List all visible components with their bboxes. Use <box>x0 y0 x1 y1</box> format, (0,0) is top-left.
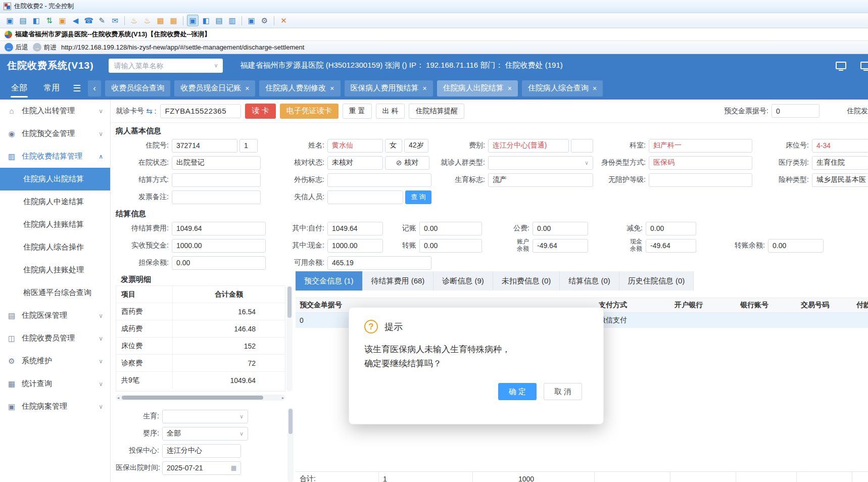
admission-count-input[interactable]: 1 <box>239 139 258 153</box>
form-vertical-scrollbar[interactable] <box>287 408 294 482</box>
sidebar-group-settlement[interactable]: ▥ 住院收费结算管理 ∧ <box>0 145 110 168</box>
received-prepay-input[interactable]: 1000.00 <box>172 239 266 253</box>
settlement-reminder-button[interactable]: 住院结算提醒 <box>409 104 464 119</box>
sidebar-group-prepayment[interactable]: ◉ 住院预交金管理 ∨ <box>0 122 110 145</box>
hamburger-icon[interactable]: ☰ <box>70 83 84 94</box>
sidebar-group-statistics[interactable]: ▦ 统计查询 ∨ <box>0 372 110 395</box>
sidebar-group-admission-transfer[interactable]: ⌂ 住院入出转管理 ∨ <box>0 100 110 122</box>
gender-input[interactable]: 女 <box>385 139 402 153</box>
sidebar-group-cashier[interactable]: ◫ 住院收费员管理 ∨ <box>0 327 110 350</box>
cancel-button[interactable]: 取 消 <box>544 383 582 400</box>
close-icon[interactable]: × <box>423 84 427 92</box>
close-icon[interactable]: × <box>245 84 249 92</box>
account-balance-input[interactable]: -49.64 <box>533 239 588 253</box>
package-icon[interactable]: ▦ <box>155 15 166 26</box>
invoice-vertical-scrollbar[interactable] <box>286 285 293 392</box>
clipped-right-label[interactable]: 住院发 <box>847 107 868 116</box>
bed-no-input[interactable]: 4-34 <box>812 139 868 153</box>
sync-arrows-icon[interactable]: ⇅ <box>43 15 55 26</box>
receipt-no-input[interactable]: 0 <box>771 104 819 118</box>
screen-cast-icon[interactable] <box>836 62 846 69</box>
invoice-row[interactable]: 成药费146.48 <box>116 320 285 338</box>
grid-icon[interactable]: ▥ <box>226 15 238 26</box>
cash-balance-input[interactable]: -49.64 <box>646 239 696 253</box>
panel-icon[interactable]: ▤ <box>213 15 225 26</box>
back-button[interactable]: ← 后退 <box>5 43 28 52</box>
baby-order-select[interactable]: 全部 ∨ <box>162 427 248 441</box>
birth-flag-input[interactable]: 流产 <box>488 173 593 187</box>
medical-type-input[interactable]: 生育住院 <box>812 156 868 170</box>
book-input[interactable]: 0.00 <box>419 222 482 235</box>
id-type-input[interactable]: 医保码 <box>649 156 752 170</box>
sidebar-group-maintenance[interactable]: ⚙ 系统维护 ∨ <box>0 350 110 372</box>
sidebar-item-credit-processing[interactable]: 住院病人挂账处理 <box>0 259 110 281</box>
dishonest-input[interactable] <box>327 190 403 204</box>
pending-fee-input[interactable]: 1049.64 <box>172 222 266 235</box>
phone-icon[interactable]: ☎ <box>83 15 94 26</box>
tab-undeducted-info[interactable]: 未扣费信息 (0) <box>493 271 560 291</box>
tab-discharge-settlement[interactable]: 住院病人出院结算 × <box>437 80 518 97</box>
tab-fee-type-modify[interactable]: 住院病人费别修改 × <box>259 80 340 97</box>
card-no-input[interactable]: FZYBA15522365 <box>160 104 241 118</box>
tab-scroll-left[interactable]: ‹ <box>88 80 101 97</box>
age-input[interactable]: 42岁 <box>404 139 428 153</box>
check-button[interactable]: ⊘ 核对 <box>385 156 429 170</box>
confirm-button[interactable]: 确 定 <box>498 383 537 400</box>
crowd-type-select[interactable]: ∨ <box>488 156 593 170</box>
tab-history-info[interactable]: 历史住院信息 (0) <box>619 271 694 291</box>
status-input[interactable]: 出院登记 <box>172 156 261 170</box>
chevron-down-icon[interactable]: ∨ <box>214 62 218 69</box>
close-icon[interactable]: × <box>330 84 334 92</box>
tab-cashier-comprehensive-query[interactable]: 收费员综合查询 <box>105 80 170 97</box>
reset-button[interactable]: 重 置 <box>343 104 372 119</box>
invoice-horizontal-scrollbar[interactable]: ◂ ▸ <box>116 395 285 401</box>
speaker-icon[interactable]: ◀ <box>70 15 81 26</box>
alert-icon[interactable]: ▣ <box>57 15 68 26</box>
fee-type-input[interactable]: 连江分中心(普通) <box>488 139 569 153</box>
mugs-icon[interactable]: ♨ <box>141 15 153 26</box>
close-icon[interactable]: × <box>508 84 512 92</box>
menu-mode-common[interactable]: 常用 <box>37 77 66 100</box>
menu-search-box[interactable]: ∨ <box>109 59 223 73</box>
discharge-date-input[interactable]: 2025-07-21 ▦ <box>162 461 241 475</box>
sidebar-item-credit-settlement[interactable]: 住院病人挂账结算 <box>0 213 110 236</box>
inpatient-no-input[interactable]: 372714 <box>172 139 237 153</box>
invoice-row[interactable]: 床位费152 <box>116 338 285 355</box>
tools-icon[interactable]: ⚙ <box>259 15 270 26</box>
tab-diagnosis-info[interactable]: 诊断信息 (9) <box>433 271 493 291</box>
self-pay-input[interactable]: 1049.64 <box>327 222 383 235</box>
cash-input[interactable]: 1000.00 <box>327 239 383 253</box>
screen-share-icon[interactable] <box>860 62 868 69</box>
scroll-right-icon[interactable]: ▸ <box>282 396 284 400</box>
menu-search-input[interactable] <box>114 62 211 70</box>
tab-pending-fees[interactable]: 待结算费用 (68) <box>363 271 434 291</box>
name-input[interactable]: 黄水仙 <box>327 139 383 153</box>
mug-icon[interactable]: ♨ <box>128 15 140 26</box>
out-dept-button[interactable]: 出 科 <box>376 104 405 119</box>
scroll-left-icon[interactable]: ◂ <box>117 396 119 400</box>
dept-input[interactable]: 妇产科一 <box>649 139 752 153</box>
fee-type-extra-input[interactable] <box>571 139 593 153</box>
copy-icon[interactable]: ▣ <box>246 15 257 26</box>
check-status-input[interactable]: 未核对 <box>327 156 383 170</box>
transfer-balance-input[interactable]: 0.00 <box>768 239 824 253</box>
scrollbar-thumb[interactable] <box>288 409 293 434</box>
settle-method-input[interactable] <box>172 173 261 187</box>
sidebar-item-rongyitong-query[interactable]: 榕医通平台综合查询 <box>0 281 110 304</box>
invoice-row[interactable]: 西药费16.54 <box>116 303 285 320</box>
invoice-row[interactable]: 诊察费72 <box>116 355 285 372</box>
pen-icon[interactable]: ✎ <box>96 15 108 26</box>
tab-patient-comprehensive-query[interactable]: 住院病人综合查询 × <box>522 80 603 97</box>
insure-center-input[interactable]: 连江分中心 <box>162 444 241 458</box>
form-icon[interactable]: ▤ <box>17 15 29 26</box>
tab-settlement-info[interactable]: 结算信息 (0) <box>560 271 619 291</box>
message-icon[interactable]: ✉ <box>109 15 121 26</box>
sidebar-item-discharge-settlement[interactable]: 住院病人出院结算 <box>0 168 110 190</box>
guarantee-balance-input[interactable]: 0.00 <box>172 256 266 270</box>
reduce-input[interactable]: 0.00 <box>646 222 696 235</box>
sidebar-group-insurance[interactable]: ▤ 住院医保管理 ∨ <box>0 304 110 327</box>
sidebar-item-midway-settlement[interactable]: 住院病人中途结算 <box>0 190 110 213</box>
available-balance-input[interactable]: 465.19 <box>327 256 431 270</box>
escort-level-input[interactable] <box>649 173 752 187</box>
trauma-flag-input[interactable] <box>327 173 431 187</box>
